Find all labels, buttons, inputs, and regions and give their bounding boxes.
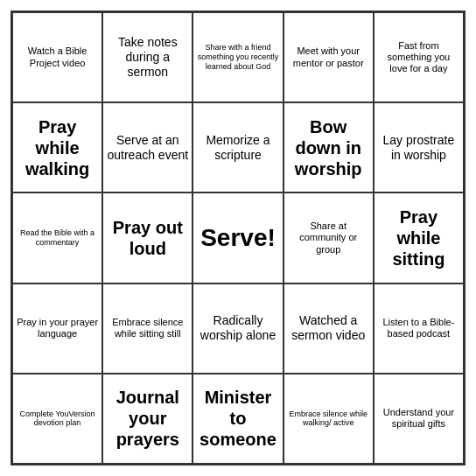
bingo-cell-20: Complete YouVersion devotion plan (12, 374, 102, 464)
bingo-cell-13: Share at community or group (284, 192, 374, 283)
bingo-cell-text-2: Share with a friend something you recent… (197, 43, 278, 71)
bingo-cell-24: Understand your spiritual gifts (374, 374, 464, 464)
bingo-cell-2: Share with a friend something you recent… (192, 12, 283, 102)
bingo-cell-text-0: Watch a Bible Project video (17, 46, 98, 68)
bingo-cell-text-8: Bow down in worship (288, 116, 369, 179)
bingo-cell-text-12: Serve! (200, 223, 276, 253)
bingo-cell-text-21: Journal your prayers (107, 387, 188, 450)
bingo-cell-text-15: Pray in your prayer language (17, 317, 98, 340)
bingo-cell-18: Watched a sermon video (284, 284, 374, 374)
bingo-cell-8: Bow down in worship (284, 102, 374, 192)
bingo-cell-text-6: Serve at an outreach event (107, 133, 188, 163)
bingo-cell-text-23: Embrace silence while walking/ active (288, 410, 369, 429)
bingo-cell-1: Take notes during a sermon (102, 12, 192, 102)
bingo-cell-text-18: Watched a sermon video (288, 313, 369, 343)
bingo-cell-text-10: Read the Bible with a commentary (17, 228, 98, 248)
bingo-cell-text-5: Pray while walking (17, 116, 98, 179)
bingo-cell-19: Listen to a Bible-based podcast (374, 284, 464, 374)
bingo-cell-22: Minister to someone (192, 374, 283, 464)
bingo-cell-text-19: Listen to a Bible-based podcast (378, 317, 459, 340)
bingo-cell-21: Journal your prayers (102, 374, 192, 464)
bingo-cell-text-24: Understand your spiritual gifts (378, 407, 459, 430)
bingo-cell-text-3: Meet with your mentor or pastor (288, 46, 369, 68)
bingo-cell-17: Radically worship alone (192, 284, 283, 374)
bingo-cell-text-13: Share at community or group (288, 220, 369, 256)
bingo-cell-text-9: Lay prostrate in worship (378, 133, 459, 163)
bingo-cell-6: Serve at an outreach event (102, 102, 192, 192)
bingo-cell-14: Pray while sitting (374, 192, 464, 283)
bingo-cell-text-14: Pray while sitting (378, 206, 459, 270)
bingo-cell-text-16: Embrace silence while sitting still (107, 317, 188, 340)
bingo-cell-0: Watch a Bible Project video (12, 12, 102, 102)
bingo-cell-text-22: Minister to someone (197, 387, 278, 450)
bingo-cell-text-1: Take notes during a sermon (107, 35, 188, 79)
bingo-cell-16: Embrace silence while sitting still (102, 284, 192, 374)
bingo-cell-7: Memorize a scripture (192, 102, 283, 192)
bingo-cell-text-20: Complete YouVersion devotion plan (17, 410, 98, 429)
bingo-cell-3: Meet with your mentor or pastor (284, 12, 374, 102)
bingo-cell-text-7: Memorize a scripture (197, 133, 278, 163)
bingo-cell-15: Pray in your prayer language (12, 284, 102, 374)
bingo-cell-23: Embrace silence while walking/ active (284, 374, 374, 464)
bingo-cell-text-4: Fast from something you love for a day (378, 40, 459, 75)
bingo-cell-10: Read the Bible with a commentary (12, 192, 102, 283)
bingo-board: Watch a Bible Project videoTake notes du… (10, 10, 466, 466)
bingo-cell-9: Lay prostrate in worship (374, 102, 464, 192)
bingo-cell-12: Serve! (192, 192, 283, 283)
bingo-cell-text-11: Pray out loud (107, 217, 188, 259)
bingo-cell-5: Pray while walking (12, 102, 102, 192)
bingo-cell-text-17: Radically worship alone (197, 313, 278, 343)
bingo-cell-4: Fast from something you love for a day (374, 12, 464, 102)
bingo-cell-11: Pray out loud (102, 192, 192, 283)
